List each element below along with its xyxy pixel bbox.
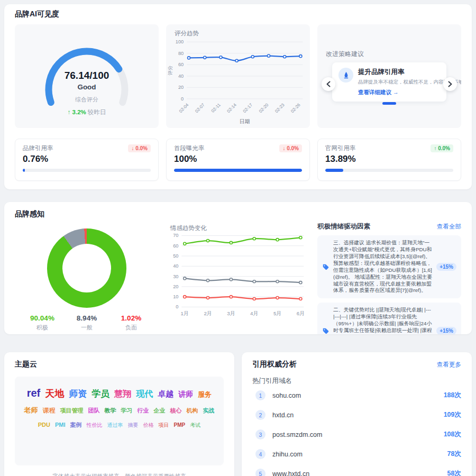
legend-value: 90.04%	[20, 314, 65, 322]
progress-fill	[174, 169, 302, 172]
domain-list: 1sohu.com188次2hxtd.cn109次3post.smzdm.com…	[252, 386, 461, 476]
svg-text:2月: 2月	[204, 310, 212, 316]
drivers-col: 积极情绪驱动因素 查看全部 三、选择建议 追求长期价值：慧翔天地“一次通关+职业…	[317, 222, 461, 334]
section-topic-cloud: 主题云 ref天地师资学员慧翔现代卓越讲师服务老师课程项目管理团队教学学习行业企…	[4, 352, 234, 476]
topic-cloud-caption: 字体越大表示出现频率越高，颜色越深表示重要性越高	[15, 473, 224, 476]
svg-text:0: 0	[176, 304, 178, 309]
topic-word: PDU	[38, 422, 50, 428]
carousel-prev-button[interactable]	[322, 77, 335, 91]
legend-value: 1.02%	[109, 314, 153, 322]
legend-label: 积极	[20, 324, 65, 332]
topic-word: 课程	[43, 406, 56, 415]
topic-word: PMP	[174, 422, 186, 428]
domain-name: zhihu.com	[272, 451, 447, 458]
topic-word: 性价比	[87, 422, 103, 429]
view-all-link[interactable]: 查看全部	[437, 223, 461, 231]
score-trend-panel: 评分趋势 02040608010002-0402-0702-1102-1402-…	[166, 24, 310, 128]
tag-icon	[322, 263, 329, 271]
topic-word: 实战	[203, 407, 215, 415]
svg-text:评分: 评分	[168, 66, 173, 76]
svg-text:30: 30	[173, 274, 178, 279]
view-more-link[interactable]: 查看更多	[437, 361, 461, 369]
svg-text:02-17: 02-17	[242, 102, 253, 114]
svg-text:02-26: 02-26	[290, 102, 301, 114]
domain-row: 4zhihu.com78次	[252, 444, 461, 464]
topic-word: 讲师	[178, 390, 193, 399]
section-brand-perception: 品牌感知 90.04%积极8.94%一般1.02%负面 情感趋势变化 01020…	[4, 202, 472, 334]
svg-text:70: 70	[173, 233, 178, 238]
sentiment-donut-chart	[47, 228, 126, 308]
suggestion-card: 提升品牌引用率 品牌提及率不稳定，权威性不足，内容深度不够。 查看详细建议 →	[332, 62, 446, 102]
gauge-panel: 76.14/100 Good 综合评分 ↑ 3.2%较昨日	[15, 24, 159, 128]
rank-badge: 1	[255, 390, 266, 400]
svg-text:60: 60	[178, 62, 184, 67]
topic-word: 师资	[69, 388, 87, 400]
topic-word: 卓越	[158, 389, 173, 399]
carousel-next-button[interactable]	[443, 77, 457, 91]
topic-word: 项目	[159, 422, 169, 429]
bottom-row: 主题云 ref天地师资学员慧翔现代卓越讲师服务老师课程项目管理团队教学学习行业企…	[4, 352, 472, 476]
svg-text:40: 40	[178, 74, 184, 79]
suggestion-detail-link[interactable]: 查看详细建议 →	[358, 89, 461, 96]
svg-text:02-23: 02-23	[274, 102, 286, 114]
svg-text:02-11: 02-11	[210, 102, 222, 114]
metric-value: 13.89%	[325, 154, 453, 164]
legend-item: 90.04%积极	[20, 314, 65, 332]
sentiment-trend-chart: 0102030405060701月2月3月4月5月6月	[166, 222, 310, 325]
svg-text:80: 80	[178, 51, 184, 56]
delta-badge: ↑ 0.0%	[431, 144, 453, 152]
rank-badge: 2	[255, 410, 266, 420]
metric-label: 官网引用率	[325, 144, 356, 152]
metric-value: 100%	[174, 154, 302, 164]
svg-text:20: 20	[178, 85, 184, 90]
topic-word: 老师	[24, 406, 38, 415]
svg-text:日期: 日期	[240, 118, 250, 124]
sentiment-donut-col: 90.04%积极8.94%一般1.02%负面	[15, 222, 159, 334]
metric-card-first-para-exposure: 首段曝光率 ↓ 0.0% 100%	[166, 139, 310, 181]
topic-word: PMI	[55, 422, 66, 428]
delta-badge: ↓ 0.0%	[128, 144, 151, 152]
tag-icon	[322, 327, 329, 334]
gauge-grade: Good	[15, 83, 159, 91]
topic-cloud-panel: ref天地师资学员慧翔现代卓越讲师服务老师课程项目管理团队教学学习行业企业核心机…	[15, 377, 224, 465]
progress-track	[174, 169, 302, 172]
metric-card-brand-citation: 品牌引用率 ↓ 0.0% 0.76%	[15, 139, 159, 181]
topic-word: 核心	[170, 407, 182, 415]
drivers-title: 积极情绪驱动因素	[317, 222, 370, 231]
topic-word: 天地	[45, 387, 64, 400]
domain-name: post.smzdm.com	[272, 431, 444, 438]
svg-text:3月: 3月	[227, 310, 235, 316]
rank-badge: 3	[255, 429, 266, 440]
metric-label: 首段曝光率	[174, 144, 205, 152]
gauge-delta: ↑ 3.2%较昨日	[15, 108, 159, 116]
topic-word: 考试	[190, 422, 200, 429]
legend-item: 1.02%负面	[109, 314, 153, 332]
progress-track	[23, 169, 151, 172]
svg-text:02-20: 02-20	[258, 102, 269, 114]
topic-word: 企业	[154, 407, 166, 415]
suggestions-label: 改进策略建议	[326, 50, 364, 59]
domain-name: hxtd.cn	[272, 411, 444, 419]
svg-text:5月: 5月	[273, 310, 281, 316]
svg-text:20: 20	[173, 284, 178, 289]
rank-badge: 5	[255, 469, 266, 476]
topic-word: 机构	[187, 407, 198, 415]
topic-word: 价格	[143, 422, 154, 429]
section-title-visibility: 品牌AI可见度	[15, 10, 461, 19]
driver-text: 二、关键优势对比 ||慧翔天地|现代卓越| |---|---|---| |通过率…	[333, 307, 433, 334]
topic-word: 服务	[198, 390, 212, 399]
domain-count: 108次	[444, 430, 461, 439]
domain-count: 78次	[447, 450, 461, 459]
topic-word: 慧翔	[114, 389, 131, 400]
topic-word: 行业	[138, 407, 149, 415]
legend-item: 8.94%一般	[65, 314, 109, 332]
section-brand-ai-visibility: 品牌AI可见度 76.14/100 Good 综合评分 ↑ 3.2%较昨日 评分…	[4, 4, 472, 189]
carousel-indicator[interactable]	[382, 102, 396, 105]
gauge-text: 76.14/100 Good 综合评分 ↑ 3.2%较昨日	[15, 70, 159, 116]
svg-text:40: 40	[173, 263, 178, 269]
score-trend-chart: 02040608010002-0402-0702-1102-1402-1702-…	[166, 24, 310, 126]
topic-word: 摘要	[128, 422, 139, 429]
chevron-left-icon	[326, 81, 331, 87]
svg-text:100: 100	[176, 39, 184, 44]
domain-count: 109次	[444, 410, 461, 419]
